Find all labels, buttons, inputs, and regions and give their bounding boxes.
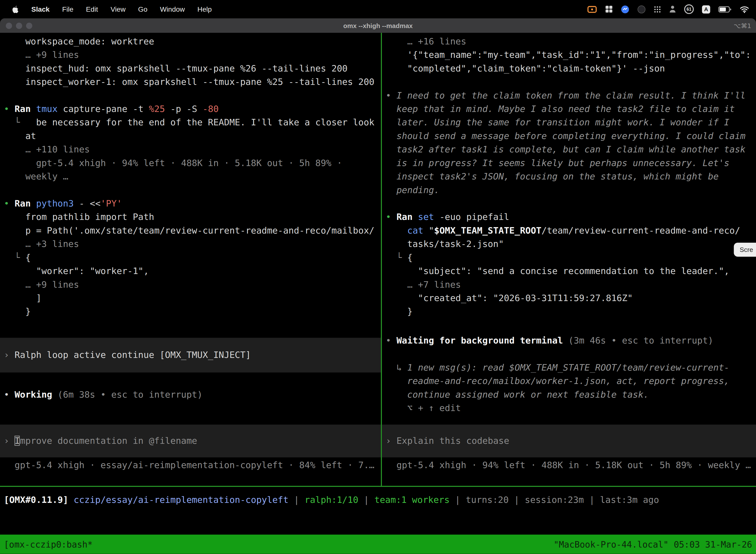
terminal-window: omx --xhigh --madmax ⌥⌘1 workspace_mode:… bbox=[0, 18, 756, 554]
terminal-line: └ be necessary for the end of the README… bbox=[4, 116, 381, 129]
thinking-block: • I need to get the claim token from the… bbox=[386, 89, 756, 197]
pane-footer-right: gpt-5.4 xhigh · 94% left · 488K in · 5.1… bbox=[386, 458, 756, 472]
close-button[interactable] bbox=[6, 22, 12, 29]
menu-item-edit[interactable]: Edit bbox=[86, 5, 98, 13]
terminal-line: … +16 lines bbox=[386, 35, 756, 48]
zoom-button[interactable] bbox=[26, 22, 32, 29]
inject-banner: › Ralph loop active continue [OMX_TMUX_I… bbox=[0, 338, 381, 373]
screen-recording-icon[interactable] bbox=[587, 5, 597, 13]
terminal-line: … +7 lines bbox=[386, 278, 756, 291]
blue-app-icon[interactable] bbox=[621, 5, 629, 13]
prompt-input-right[interactable]: › Explain this codebase bbox=[382, 425, 756, 457]
terminal-line: pending. bbox=[386, 183, 756, 197]
battery-gauge-widget[interactable]: 61 bbox=[684, 4, 694, 14]
window-title: omx --xhigh --madmax bbox=[0, 22, 756, 29]
ran-python-block: • Ran python3 - <<'PY' from pathlib impo… bbox=[4, 197, 381, 319]
terminal-line: › Explain this codebase bbox=[386, 434, 756, 447]
wifi-icon[interactable] bbox=[740, 5, 749, 13]
terminal-line: should send a message before completing … bbox=[386, 129, 756, 143]
terminal-content: workspace_mode: worktree … +9 lines insp… bbox=[0, 33, 756, 554]
terminal-line: • Ran python3 - <<'PY' bbox=[4, 197, 381, 210]
omx-status-line: [OMX#0.11.9] cczip/essay/ai-reimplementa… bbox=[0, 493, 756, 507]
terminal-line: ⌥ + ↑ edit bbox=[386, 401, 756, 415]
terminal-line: inspect_hud: omx sparkshell --tmux-pane … bbox=[4, 62, 381, 75]
terminal-line: ↳ 1 new msg(s): read $OMX_TEAM_STATE_ROO… bbox=[386, 361, 756, 374]
utility-app-icon[interactable] bbox=[669, 5, 676, 13]
terminal-line: "completed","claim_token":"claim-token"}… bbox=[386, 62, 756, 75]
terminal-line: └ { bbox=[386, 251, 756, 264]
terminal-line: • Waiting for background terminal (3m 46… bbox=[386, 334, 756, 347]
terminal-pane-left[interactable]: workspace_mode: worktree … +9 lines insp… bbox=[0, 33, 381, 486]
terminal-line: • Ran set -euo pipefail bbox=[386, 211, 756, 224]
terminal-line: gpt-5.4 xhigh · 94% left · 488K in · 5.1… bbox=[4, 156, 381, 170]
battery-icon[interactable] bbox=[718, 6, 731, 12]
status-separator-line bbox=[0, 486, 756, 487]
terminal-line: … +110 lines bbox=[4, 143, 381, 156]
terminal-line: › Improve documentation in @filename bbox=[4, 434, 381, 447]
pane-footer-left: gpt-5.4 xhigh · essay/ai-reimplementatio… bbox=[4, 458, 381, 472]
desktop-screen: Slack File Edit View Go Window Help bbox=[0, 0, 756, 554]
menu-bar: Slack File Edit View Go Window Help bbox=[0, 0, 756, 18]
terminal-line: tasks/task-2.json" bbox=[386, 237, 756, 251]
terminal-line: keep that in mind. Maybe I also need the… bbox=[386, 102, 756, 116]
screenshot-overlay-button[interactable]: Scre bbox=[734, 243, 756, 257]
window-shortcut-hint: ⌥⌘1 bbox=[734, 22, 751, 29]
terminal-line: workspace_mode: worktree bbox=[4, 35, 381, 48]
terminal-line: } bbox=[4, 305, 381, 319]
menu-item-go[interactable]: Go bbox=[138, 5, 147, 13]
terminal-line: … +9 lines bbox=[4, 278, 381, 291]
input-source-icon[interactable]: A bbox=[702, 5, 710, 13]
terminal-line: [OMX#0.11.9] cczip/essay/ai-reimplementa… bbox=[4, 493, 756, 507]
terminal-line: "worker": "worker-1", bbox=[4, 264, 381, 278]
terminal-line: gpt-5.4 xhigh · 94% left · 488K in · 5.1… bbox=[386, 458, 756, 472]
terminal-line: • Working (6m 38s • esc to interrupt) bbox=[4, 388, 381, 401]
terminal-line: task2 after task1 is complete, but can I… bbox=[386, 143, 756, 156]
config-block: workspace_mode: worktree … +9 lines insp… bbox=[4, 35, 381, 89]
apple-menu-icon[interactable] bbox=[12, 5, 19, 13]
terminal-line: weekly … bbox=[4, 170, 381, 183]
terminal-line: } bbox=[386, 305, 756, 319]
terminal-line: inspect_worker-1: omx sparkshell --tmux-… bbox=[4, 75, 381, 89]
terminal-line: continue assigned work or next feasible … bbox=[386, 388, 756, 401]
menu-item-view[interactable]: View bbox=[111, 5, 126, 13]
terminal-line: "created_at": "2026-03-31T11:59:27.816Z" bbox=[386, 291, 756, 305]
terminal-pane-right[interactable]: … +16 lines '{"team_name":"my-team","tas… bbox=[382, 33, 756, 486]
terminal-line: › Ralph loop active continue [OMX_TMUX_I… bbox=[4, 348, 381, 362]
traffic-lights bbox=[0, 22, 32, 29]
terminal-line: '{"team_name":"my-team","task_id":"1","f… bbox=[386, 48, 756, 62]
window-grid-icon[interactable] bbox=[605, 5, 613, 13]
menu-item-window[interactable]: Window bbox=[160, 5, 185, 13]
terminal-line: p = Path('.omx/state/team/review-current… bbox=[4, 224, 381, 237]
menu-item-file[interactable]: File bbox=[62, 5, 73, 13]
terminal-line: └ { bbox=[4, 251, 381, 264]
tmux-session-label: [omx-cczip0:bash* bbox=[4, 539, 93, 549]
mailbox-message-block: ↳ 1 new msg(s): read $OMX_TEAM_STATE_ROO… bbox=[386, 361, 756, 415]
menu-item-app[interactable]: Slack bbox=[31, 5, 50, 13]
ran-cat-task-block: • Ran set -euo pipefail cat "$OMX_TEAM_S… bbox=[386, 211, 756, 319]
prompt-input-left[interactable]: › Improve documentation in @filename bbox=[0, 425, 381, 457]
terminal-line: readme-and-reco/mailbox/worker-1.json, a… bbox=[386, 374, 756, 388]
minimize-button[interactable] bbox=[16, 22, 22, 29]
tmux-panes: workspace_mode: worktree … +9 lines insp… bbox=[0, 33, 756, 486]
terminal-line: at bbox=[4, 129, 381, 143]
terminal-line: cat "$OMX_TEAM_STATE_ROOT/team/review-cu… bbox=[386, 224, 756, 237]
dots-grid-icon[interactable] bbox=[654, 5, 661, 13]
working-status: • Working (6m 38s • esc to interrupt) bbox=[4, 388, 381, 401]
terminal-line: "subject": "send a concise recommendatio… bbox=[386, 264, 756, 278]
ran-tmux-capture-block: • Ran tmux capture-pane -t %25 -p -S -80… bbox=[4, 102, 381, 183]
terminal-line: later. Using the same for transition mig… bbox=[386, 116, 756, 129]
terminal-line: ] bbox=[4, 291, 381, 305]
json-output-block: … +16 lines '{"team_name":"my-team","tas… bbox=[386, 35, 756, 75]
dark-app-icon[interactable] bbox=[637, 5, 646, 13]
terminal-line: gpt-5.4 xhigh · essay/ai-reimplementatio… bbox=[4, 458, 381, 472]
tmux-status-bar: [omx-cczip0:bash* "MacBook-Pro-44.local"… bbox=[0, 535, 756, 554]
waiting-status: • Waiting for background terminal (3m 46… bbox=[386, 334, 756, 347]
window-titlebar[interactable]: omx --xhigh --madmax ⌥⌘1 bbox=[0, 18, 756, 33]
terminal-line: inspect task2's JSON, focusing on the st… bbox=[386, 170, 756, 183]
menu-item-help[interactable]: Help bbox=[197, 5, 212, 13]
terminal-line: is in progress? It seems likely but perh… bbox=[386, 156, 756, 170]
terminal-line: … +9 lines bbox=[4, 48, 381, 62]
tmux-host-clock-label: "MacBook-Pro-44.local" 05:03 31-Mar-26 bbox=[554, 539, 752, 549]
terminal-line: from pathlib import Path bbox=[4, 211, 381, 224]
terminal-line: … +3 lines bbox=[4, 237, 381, 251]
